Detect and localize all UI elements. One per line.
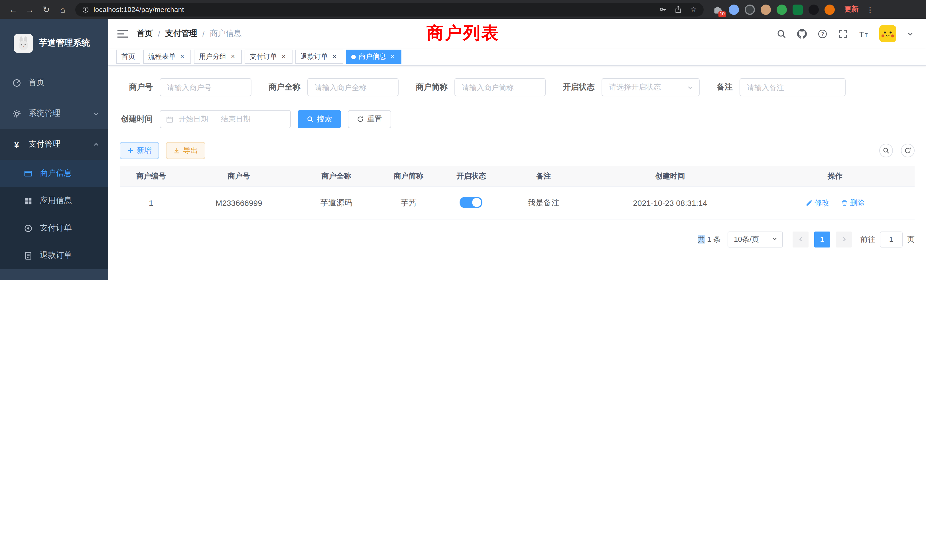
delete-link[interactable]: 删除 (841, 198, 865, 208)
pagination: 共 1 条 10条/页 1 前往 页 (120, 231, 915, 247)
short-name-input[interactable] (454, 78, 546, 96)
sidebar-item-system[interactable]: 系统管理 (0, 98, 108, 129)
extension-sheet-icon[interactable] (793, 4, 803, 15)
extension-drop-icon[interactable] (729, 4, 739, 15)
sidebar-logo[interactable]: 芋道管理系统 (0, 19, 108, 67)
merchant-no-label: 商户号 (120, 82, 153, 92)
tab-home[interactable]: 首页 (117, 50, 140, 64)
user-avatar[interactable] (879, 25, 896, 42)
fullscreen-icon[interactable] (838, 29, 848, 38)
breadcrumb-payment[interactable]: 支付管理 (165, 29, 197, 39)
browser-forward-button[interactable]: → (22, 2, 37, 17)
next-page-button[interactable] (836, 231, 852, 247)
breadcrumb-separator: / (203, 29, 205, 38)
create-time-range-picker[interactable]: 开始日期 - 结束日期 (160, 110, 291, 128)
col-create-time: 创建时间 (584, 166, 755, 186)
extension-dark-icon[interactable] (745, 4, 755, 15)
prev-page-button[interactable] (793, 231, 808, 247)
address-bar[interactable]: localhost:1024/pay/merchant ☆ (75, 3, 704, 16)
status-label: 开启状态 (563, 82, 595, 92)
chevron-down-icon (687, 84, 693, 90)
tab-label: 支付订单 (250, 52, 277, 62)
full-name-input[interactable] (307, 78, 399, 96)
calendar-icon (166, 115, 173, 123)
sidebar-item-home[interactable]: 首页 (0, 67, 108, 98)
goto-page-input[interactable] (880, 231, 903, 247)
page-number-button[interactable]: 1 (814, 231, 830, 247)
extensions-puzzle-icon[interactable]: 10 (713, 4, 723, 15)
hamburger-icon[interactable] (118, 29, 128, 38)
help-icon[interactable]: ? (818, 29, 828, 38)
tab-close-icon[interactable]: × (331, 53, 338, 61)
sidebar-item-app-info[interactable]: 应用信息 (0, 187, 108, 215)
font-size-icon[interactable]: TT (859, 29, 869, 38)
tab-process-form[interactable]: 流程表单 × (143, 50, 191, 64)
logo-rabbit-icon (14, 33, 33, 53)
sidebar-item-refund-order[interactable]: 退款订单 (0, 242, 108, 269)
browser-reload-button[interactable]: ↻ (39, 2, 54, 17)
search-icon[interactable] (776, 29, 786, 38)
sidebar-item-payment[interactable]: ¥ 支付管理 (0, 129, 108, 160)
date-separator: - (213, 115, 216, 123)
password-key-icon[interactable] (660, 6, 667, 13)
github-icon[interactable] (797, 29, 807, 38)
pagination-total-rest: 1 条 (705, 235, 721, 243)
sidebar-item-pay-order[interactable]: 支付订单 (0, 215, 108, 242)
extension-green-icon[interactable] (776, 4, 787, 15)
search-button[interactable]: 搜索 (298, 110, 341, 128)
sidebar: 芋道管理系统 首页 系统管理 ¥ 支付管 (0, 19, 108, 280)
bookmark-star-icon[interactable]: ☆ (690, 5, 697, 14)
profile-avatar-icon[interactable] (825, 4, 835, 15)
url-text[interactable]: localhost:1024/pay/merchant (94, 5, 184, 14)
col-actions: 操作 (755, 166, 915, 186)
export-button-label: 导出 (183, 145, 198, 156)
status-toggle[interactable] (460, 197, 483, 208)
status-select[interactable]: 请选择开启状态 (602, 78, 700, 96)
tab-pay-order[interactable]: 支付订单 × (245, 50, 292, 64)
edit-link[interactable]: 修改 (805, 198, 829, 208)
breadcrumb-separator: / (158, 29, 160, 38)
extension-knot-icon[interactable] (808, 4, 819, 15)
tab-close-icon[interactable]: × (280, 53, 287, 61)
avatar-caret-down-icon[interactable] (907, 30, 914, 37)
add-button[interactable]: 新增 (120, 142, 159, 159)
tab-refund-order[interactable]: 退款订单 × (295, 50, 343, 64)
remark-input[interactable] (740, 78, 846, 96)
page-size-select[interactable]: 10条/页 (728, 231, 783, 247)
svg-text:T: T (859, 30, 864, 38)
sidebar-item-merchant-info[interactable]: 商户信息 (0, 160, 108, 187)
annotation-merchant-list: 商户列表 (427, 22, 499, 45)
browser-menu-icon[interactable]: ⋮ (866, 5, 874, 14)
chevron-up-icon (93, 141, 99, 147)
sidebar-item-infrastructure[interactable]: 基础设施 (0, 269, 108, 280)
tab-close-icon[interactable]: × (229, 53, 237, 61)
tab-close-icon[interactable]: × (389, 53, 396, 61)
reset-button[interactable]: 重置 (348, 110, 391, 128)
export-button[interactable]: 导出 (166, 142, 205, 159)
page-info-icon[interactable] (82, 6, 89, 13)
browser-back-button[interactable]: ← (6, 2, 21, 17)
col-merchant-no: 商户号 (183, 166, 295, 186)
toggle-search-icon[interactable] (879, 144, 893, 157)
navbar-actions: ? TT (776, 25, 914, 42)
page-content: 商户号 商户全称 商户简称 开启状态 请选择开启状态 (108, 65, 926, 280)
merchant-no-input[interactable] (160, 78, 251, 96)
chevron-down-icon (772, 235, 778, 244)
browser-update-button[interactable]: 更新 (844, 5, 859, 14)
add-button-label: 新增 (137, 145, 152, 156)
circle-dot-icon (23, 224, 33, 232)
share-icon[interactable] (675, 6, 682, 13)
cell-full-name: 芋道源码 (295, 186, 377, 219)
tags-view-bar: 首页 流程表单 × 用户分组 × 支付订单 × (108, 48, 926, 65)
tab-user-group[interactable]: 用户分组 × (194, 50, 242, 64)
filter-row-2: 创建时间 开始日期 - 结束日期 搜索 (120, 110, 915, 128)
refresh-icon[interactable] (901, 144, 915, 157)
tab-merchant-info[interactable]: 商户信息 × (346, 50, 401, 64)
tab-close-icon[interactable]: × (179, 53, 186, 61)
tab-active-dot (351, 54, 356, 59)
main-area: 首页 / 支付管理 / 商户信息 ? (108, 19, 926, 280)
breadcrumb-home[interactable]: 首页 (137, 29, 153, 39)
delete-link-label: 删除 (850, 198, 865, 208)
browser-home-button[interactable]: ⌂ (55, 2, 70, 17)
extension-avatar-icon[interactable] (761, 4, 771, 15)
